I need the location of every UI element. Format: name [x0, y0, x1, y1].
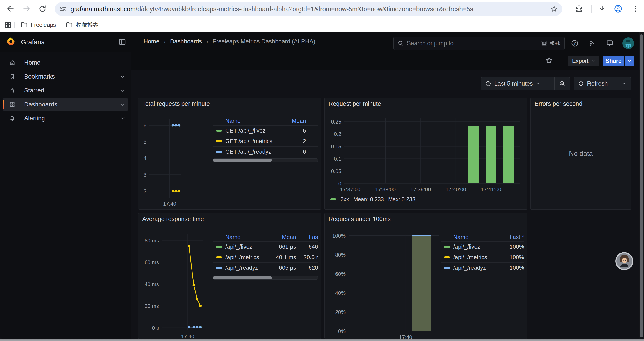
- user-avatar[interactable]: [622, 37, 634, 49]
- reload-icon[interactable]: [38, 5, 47, 13]
- legend-header: Name Last *: [441, 233, 524, 242]
- bell-icon: [9, 115, 15, 121]
- table-row[interactable]: GET /api/_/livez 6: [213, 126, 318, 136]
- legend-header: Name Mean: [213, 117, 318, 126]
- legend-max: Max: 0.233: [388, 196, 416, 203]
- svg-text:20 ms: 20 ms: [145, 303, 159, 309]
- refresh-interval-button[interactable]: [617, 78, 631, 90]
- scrollbar-thumb[interactable]: [213, 276, 272, 279]
- column-header-last[interactable]: Las: [296, 234, 318, 240]
- column-header-name[interactable]: Name: [225, 118, 282, 124]
- panel-toggle-icon[interactable]: [118, 38, 126, 46]
- bookmark-folder-blogs[interactable]: 收藏博客: [66, 21, 99, 29]
- browser-menu-icon[interactable]: [631, 5, 640, 13]
- column-header-name[interactable]: Name: [453, 234, 498, 240]
- breadcrumb-dashboards[interactable]: Dashboards: [170, 38, 202, 45]
- svg-text:17:40: 17:40: [181, 333, 194, 339]
- sidebar-item-home[interactable]: Home: [3, 56, 128, 69]
- url-bar[interactable]: grafana.mathmast.com/d/deytv4rwavabkb/fr…: [55, 2, 562, 16]
- tune-icon[interactable]: [59, 5, 67, 13]
- column-header-mean[interactable]: Mean: [268, 234, 296, 240]
- favorite-star-icon[interactable]: [545, 57, 553, 65]
- breadcrumb-home[interactable]: Home: [144, 38, 159, 45]
- legend-table: Name Mean Las /api/_/livez 661 µs 646 /a…: [213, 233, 318, 279]
- series-color-dash: [444, 246, 450, 248]
- legend-table: Name Mean GET /api/_/livez 6 GET /api/_/…: [213, 117, 318, 162]
- column-header-mean[interactable]: Mean: [282, 118, 306, 124]
- grafana-logo[interactable]: [6, 37, 16, 46]
- series-color-dash: [444, 267, 450, 269]
- breadcrumb-separator: ›: [164, 38, 166, 45]
- no-data-message: No data: [531, 98, 631, 209]
- extensions-icon[interactable]: [575, 5, 584, 13]
- chart-legend[interactable]: 2xx Mean: 0.233 Max: 0.233: [330, 196, 416, 203]
- sidebar-item-label: Alerting: [24, 115, 45, 122]
- search-icon: [398, 40, 404, 46]
- table-row[interactable]: /api/_/livez 100%: [441, 242, 524, 252]
- search-shortcut: ⌘+k: [541, 40, 560, 47]
- chevron-down-icon[interactable]: [120, 116, 125, 121]
- sidebar-item-dashboards[interactable]: Dashboards: [3, 98, 128, 111]
- svg-text:0.15: 0.15: [331, 144, 341, 149]
- svg-text:5: 5: [144, 139, 146, 145]
- chevron-down-icon[interactable]: [120, 88, 125, 93]
- table-row[interactable]: /api/_/readyz 100%: [441, 263, 524, 273]
- table-row[interactable]: GET /api/_/metrics 2: [213, 136, 318, 147]
- dashboard-actions-bar: [131, 52, 639, 70]
- export-button[interactable]: Export: [568, 56, 599, 66]
- zoom-out-icon: [559, 80, 566, 87]
- refresh-button[interactable]: Refresh: [574, 77, 631, 90]
- help-icon[interactable]: ?: [571, 39, 579, 47]
- table-row[interactable]: /api/_/readyz 605 µs 620: [213, 263, 318, 273]
- column-header-last[interactable]: Last *: [498, 234, 524, 240]
- page-scrollbar[interactable]: [639, 32, 644, 339]
- forward-icon[interactable]: [22, 5, 31, 13]
- bookmark-star-icon[interactable]: [550, 5, 558, 13]
- series-color-dash: [216, 151, 222, 153]
- search-input[interactable]: Search or jump to... ⌘+k: [394, 37, 565, 50]
- sidebar-item-alerting[interactable]: Alerting: [3, 112, 128, 124]
- chevron-down-icon: [536, 82, 540, 86]
- table-row[interactable]: /api/_/livez 661 µs 646: [213, 242, 318, 252]
- floating-assistant-avatar[interactable]: [615, 252, 634, 270]
- legend-series-name[interactable]: 2xx: [340, 196, 349, 203]
- apps-grid-icon[interactable]: [4, 21, 12, 29]
- svg-text:0%: 0%: [338, 328, 346, 334]
- share-button[interactable]: Share: [603, 56, 634, 66]
- legend-header: Name Mean Las: [213, 233, 318, 242]
- scrollbar-thumb[interactable]: [213, 159, 272, 162]
- table-row[interactable]: GET /api/_/readyz 6: [213, 147, 318, 157]
- svg-text:40 ms: 40 ms: [145, 281, 159, 287]
- table-row[interactable]: /api/_/metrics 40.1 ms 20.5 r: [213, 252, 318, 263]
- table-row[interactable]: /api/_/metrics 100%: [441, 252, 524, 263]
- svg-text:?: ?: [574, 41, 576, 46]
- time-range-picker[interactable]: Last 5 minutes: [481, 77, 570, 90]
- back-icon[interactable]: [6, 5, 15, 13]
- svg-text:6: 6: [144, 122, 146, 128]
- svg-text:60 ms: 60 ms: [145, 259, 159, 265]
- column-header-name[interactable]: Name: [225, 234, 268, 240]
- share-menu-button[interactable]: [625, 59, 634, 63]
- series-color-dash: [216, 140, 222, 142]
- rss-icon[interactable]: [588, 39, 596, 47]
- table-scrollbar[interactable]: [213, 158, 318, 162]
- search-placeholder: Search or jump to...: [407, 40, 538, 47]
- bookmark-folder-freeleaps[interactable]: Freeleaps: [20, 21, 56, 28]
- download-icon[interactable]: [598, 5, 606, 13]
- svg-text:17:41:00: 17:41:00: [481, 187, 501, 192]
- profile-icon[interactable]: [614, 5, 622, 13]
- chevron-down-icon[interactable]: [120, 102, 125, 107]
- sidebar-item-bookmarks[interactable]: Bookmarks: [3, 71, 128, 83]
- request-per-minute-chart: 00.050.10.150.20.2517:37:0017:38:0017:39…: [325, 98, 527, 210]
- sidebar-item-starred[interactable]: Starred: [3, 84, 128, 97]
- url-text: grafana.mathmast.com/d/deytv4rwavabkb/fr…: [70, 6, 550, 13]
- svg-text:17:39:00: 17:39:00: [410, 187, 431, 192]
- chevron-down-icon[interactable]: [120, 74, 125, 79]
- refresh-label: Refresh: [587, 80, 608, 87]
- table-scrollbar[interactable]: [213, 276, 318, 279]
- monitor-icon[interactable]: [606, 39, 614, 47]
- zoom-out-button[interactable]: [554, 78, 570, 90]
- legend-mean: Mean: 0.233: [353, 196, 384, 203]
- panel-requests-under-100ms: Requests under 100ms 100%80%60%40%20%0%1…: [324, 213, 527, 339]
- scrollbar-thumb[interactable]: [640, 35, 643, 337]
